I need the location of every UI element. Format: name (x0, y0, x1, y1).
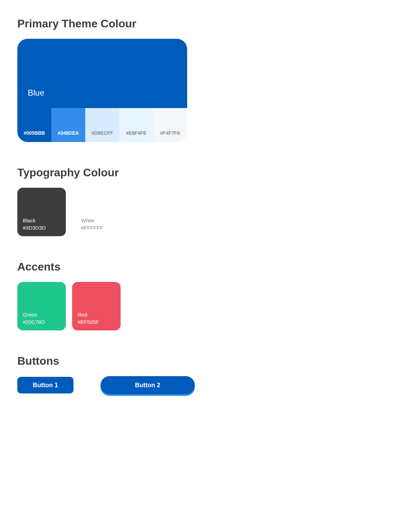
swatch-name: Red (78, 312, 115, 318)
button-1[interactable]: Button 1 (17, 377, 73, 393)
shade-swatch: #E8F4FE (119, 108, 153, 142)
accents-row: Green #20C78D Red #EF505F (17, 282, 401, 330)
shade-hex: #F4F7FA (160, 130, 180, 136)
swatch-black: Black #3D3D3D (17, 188, 66, 236)
shade-hex: #005BBB (24, 130, 45, 136)
swatch-green: Green #20C78D (17, 282, 66, 330)
buttons-row: Button 1 Button 2 (17, 376, 401, 394)
buttons-title: Buttons (17, 355, 401, 367)
swatch-hex: #3D3D3D (23, 225, 60, 231)
shade-swatch: #348DEA (51, 108, 85, 142)
primary-shades: #005BBB #348DEA #D8ECFF #E8F4FE #F4F7FA (17, 108, 187, 142)
swatch-name: Green (23, 312, 60, 318)
shade-swatch: #D8ECFF (85, 108, 119, 142)
typography-row: Black #3D3D3D White #FFFFFF (17, 188, 401, 236)
swatch-hex: #EF505F (78, 319, 115, 325)
accents-title: Accents (17, 260, 401, 273)
shade-hex: #348DEA (58, 130, 79, 136)
primary-block: Blue #005BBB #348DEA #D8ECFF #E8F4FE #F4… (17, 39, 187, 142)
shade-hex: #E8F4FE (126, 130, 146, 136)
swatch-red: Red #EF505F (72, 282, 121, 330)
typography-section: Typography Colour Black #3D3D3D White #F… (17, 166, 401, 236)
primary-main-swatch: Blue (17, 39, 187, 108)
button-2[interactable]: Button 2 (101, 376, 195, 394)
shade-hex: #D8ECFF (92, 130, 113, 136)
primary-color-name: Blue (28, 88, 44, 98)
swatch-name: Black (23, 218, 60, 223)
shade-swatch: #005BBB (17, 108, 51, 142)
accents-section: Accents Green #20C78D Red #EF505F (17, 260, 401, 330)
typography-title: Typography Colour (17, 166, 401, 179)
swatch-white: White #FFFFFF (76, 188, 124, 236)
swatch-hex: #FFFFFF (81, 225, 119, 231)
swatch-hex: #20C78D (23, 319, 60, 325)
swatch-name: White (81, 218, 119, 223)
primary-title: Primary Theme Colour (17, 17, 401, 30)
shade-swatch: #F4F7FA (153, 108, 187, 142)
primary-section: Primary Theme Colour Blue #005BBB #348DE… (17, 17, 401, 142)
buttons-section: Buttons Button 1 Button 2 (17, 355, 401, 394)
